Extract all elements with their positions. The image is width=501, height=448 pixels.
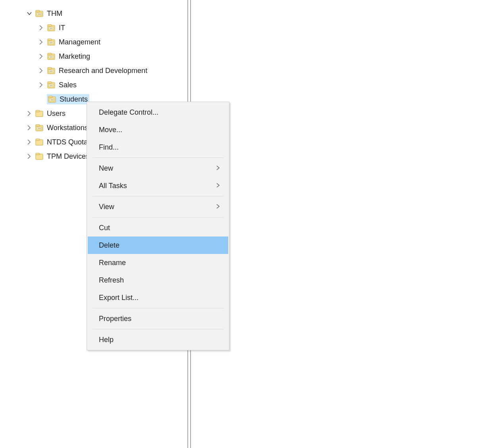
menu-item-refresh[interactable]: Refresh <box>88 271 228 289</box>
chevron-down-icon[interactable] <box>26 10 33 17</box>
tree-node-label: Research and Development <box>59 67 147 75</box>
menu-item-label: Cut <box>99 224 110 232</box>
chevron-right-icon[interactable] <box>26 110 33 117</box>
menu-separator <box>92 217 224 217</box>
submenu-arrow-icon <box>216 164 220 173</box>
chevron-right-icon[interactable] <box>38 25 44 31</box>
menu-item-help[interactable]: Help <box>88 331 228 348</box>
chevron-right-icon[interactable] <box>38 53 44 60</box>
tree-node-label: Workstations <box>47 124 88 132</box>
menu-item-label: Refresh <box>99 276 124 285</box>
menu-item-label: New <box>99 164 113 173</box>
chevron-right-icon[interactable] <box>26 153 33 160</box>
menu-item-export-list[interactable]: Export List... <box>88 289 228 306</box>
menu-separator <box>92 196 224 196</box>
tree-node-label: Sales <box>59 81 77 89</box>
menu-item-delegate-control[interactable]: Delegate Control... <box>88 104 228 121</box>
ou-folder-icon <box>47 38 56 46</box>
menu-item-label: All Tasks <box>99 182 127 190</box>
chevron-right-icon[interactable] <box>38 39 44 45</box>
tree-node-label: Management <box>59 38 100 46</box>
menu-item-label: View <box>99 203 114 211</box>
menu-item-label: Help <box>99 336 114 344</box>
menu-item-cut[interactable]: Cut <box>88 219 228 236</box>
tree-node-management[interactable]: Management <box>26 35 147 49</box>
folder-icon <box>35 138 44 146</box>
ou-folder-icon <box>48 95 56 104</box>
menu-item-label: Find... <box>99 143 119 152</box>
tree-node-research-and-development[interactable]: Research and Development <box>26 63 147 78</box>
ou-folder-icon <box>47 23 56 32</box>
chevron-right-icon[interactable] <box>38 67 44 74</box>
menu-separator <box>92 158 224 158</box>
chevron-right-icon[interactable] <box>38 82 44 88</box>
menu-item-label: Delegate Control... <box>99 108 158 117</box>
menu-item-all-tasks[interactable]: All Tasks <box>88 177 228 194</box>
folder-icon <box>35 109 44 118</box>
menu-separator <box>92 329 224 329</box>
menu-item-label: Delete <box>99 241 119 250</box>
tree-node-label: TPM Devices <box>47 152 89 161</box>
chevron-right-icon[interactable] <box>26 125 33 131</box>
ou-folder-icon <box>35 9 44 18</box>
tree-node-label: Students <box>60 95 88 104</box>
menu-item-delete[interactable]: Delete <box>88 236 228 254</box>
menu-item-label: Export List... <box>99 294 139 302</box>
menu-item-label: Rename <box>99 259 126 267</box>
ou-folder-icon <box>47 66 56 75</box>
tree-node-sales[interactable]: Sales <box>26 78 147 92</box>
tree-node-label: Marketing <box>59 52 90 61</box>
ou-folder-icon <box>35 123 44 132</box>
menu-item-move[interactable]: Move... <box>88 121 228 138</box>
tree-node-label: IT <box>59 24 65 32</box>
menu-item-label: Move... <box>99 126 122 134</box>
submenu-arrow-icon <box>216 182 220 190</box>
tree-node-label: Users <box>47 110 66 118</box>
menu-item-find[interactable]: Find... <box>88 138 228 156</box>
chevron-right-icon[interactable] <box>26 139 33 145</box>
tree-node-label: NTDS Quotas <box>47 138 91 146</box>
menu-item-properties[interactable]: Properties <box>88 310 228 327</box>
tree-node-label: THM <box>47 10 62 18</box>
menu-item-label: Properties <box>99 315 131 323</box>
menu-item-view[interactable]: View <box>88 198 228 215</box>
menu-item-rename[interactable]: Rename <box>88 254 228 271</box>
submenu-arrow-icon <box>216 203 220 211</box>
context-menu: Delegate Control... Move... Find... New … <box>87 102 229 350</box>
tree-node-marketing[interactable]: Marketing <box>26 49 147 63</box>
ou-folder-icon <box>47 52 56 61</box>
menu-item-new[interactable]: New <box>88 160 228 177</box>
folder-icon <box>35 152 44 161</box>
menu-separator <box>92 308 224 308</box>
ou-folder-icon <box>47 81 56 89</box>
tree-node-thm[interactable]: THM <box>26 6 147 21</box>
tree-node-it[interactable]: IT <box>26 21 147 35</box>
